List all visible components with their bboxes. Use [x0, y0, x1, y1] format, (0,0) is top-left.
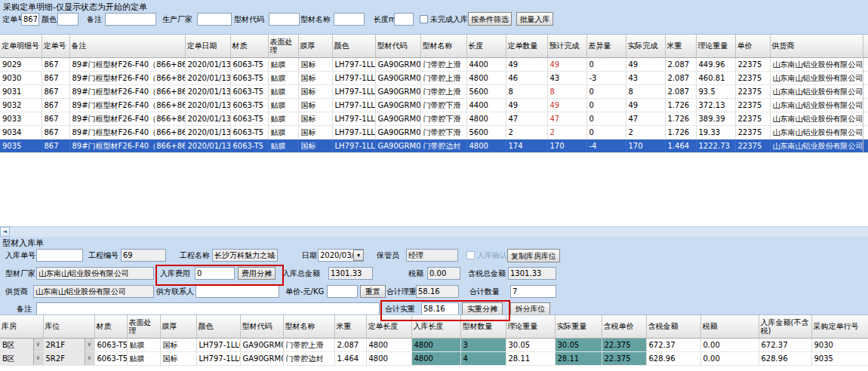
order-row[interactable]: 902986789#门框型材F26-F40（866+867）2020/01/13…: [0, 58, 868, 72]
cell: 山东南山铝业股份有限公司: [770, 99, 863, 112]
combo-arrow-icon[interactable]: ∨: [85, 352, 94, 365]
remark-filter-input[interactable]: [105, 13, 156, 26]
combo-arrow-icon[interactable]: ∨: [33, 352, 43, 365]
total-theory-weight-input[interactable]: [416, 285, 459, 298]
column-header: 长度: [466, 35, 506, 58]
cell: 1.726: [665, 126, 696, 140]
cell: 28.11: [555, 352, 602, 366]
combo-cell[interactable]: ∨B区: [0, 352, 43, 366]
order-row[interactable]: 903486789#门框型材F26-F40（866+867）2020/01/13…: [0, 126, 868, 140]
batch-inbound-button[interactable]: 批量入库: [516, 12, 553, 26]
cell: 22375: [735, 72, 770, 85]
inbound-row[interactable]: ∨B区∨2R1F6063-T5贴膜国标LH797-1LL0GA90GRM03门带…: [0, 339, 868, 352]
cell: 2: [506, 126, 547, 140]
cell: 9029: [0, 58, 42, 72]
column-header: 米重: [665, 35, 696, 58]
unit-price-label: 单价-元/KG: [285, 285, 324, 298]
cell: 4400: [466, 99, 506, 112]
cell: 89#门框型材F26-F40（866+867）: [69, 99, 185, 112]
cell: 6063-T5: [94, 339, 127, 352]
column-edge-divider: [863, 35, 863, 152]
actual-weight-allocate-button[interactable]: 实重分摊: [462, 302, 503, 315]
order-row[interactable]: 903086789#门框型材F26-F40（866+867）2020/01/13…: [0, 72, 868, 85]
combo-arrow-icon[interactable]: ∨: [85, 339, 94, 351]
column-header: 型材数量: [460, 315, 506, 339]
unit-price-input[interactable]: [327, 285, 358, 298]
combo-arrow-icon[interactable]: ∨: [33, 339, 43, 351]
inbound-confirm-checkbox[interactable]: [466, 251, 475, 259]
total-qty-input[interactable]: [510, 285, 556, 298]
cell: 22375: [735, 112, 770, 126]
cell: [863, 140, 868, 153]
copy-warehouse-location-button[interactable]: 复制库房库位: [507, 249, 560, 262]
inbound-row[interactable]: ∨B区∨5R2F6063-T5贴膜国标LH797-1LL0GA90GRM05门带…: [0, 352, 868, 366]
cell: GA90GRM05: [375, 140, 420, 153]
combo-cell[interactable]: ∨5R2F: [43, 352, 94, 366]
inbound-fee-input[interactable]: [195, 267, 235, 280]
inbound-total-input[interactable]: [328, 267, 373, 280]
project-name-input[interactable]: [212, 249, 278, 262]
scroll-left-icon[interactable]: ◄: [0, 227, 10, 237]
remark-input[interactable]: [36, 302, 380, 315]
cell: 2.087: [665, 72, 696, 85]
cell: [863, 85, 868, 99]
cell: 2020/01/13: [185, 99, 230, 112]
order-row[interactable]: 903386789#门框型材F26-F40（866+867）2020/01/13…: [0, 112, 868, 126]
cell: 国标: [298, 72, 332, 85]
supplier-contact-input[interactable]: [195, 285, 279, 298]
combo-cell[interactable]: ∨B区: [0, 339, 43, 352]
cell: LH797-1LL0: [196, 352, 240, 366]
column-header: 理论重量: [696, 35, 735, 58]
cell: 6063-T5: [230, 99, 268, 112]
factory-input[interactable]: [36, 267, 154, 280]
combo-cell[interactable]: ∨2R1F: [43, 339, 94, 352]
cell: LH797-1LL0: [196, 339, 240, 352]
reset-button[interactable]: 重置: [360, 285, 386, 298]
receipt-no-input[interactable]: [36, 249, 83, 262]
cell: 47: [547, 112, 586, 126]
cell: GA90GRM03: [375, 58, 420, 72]
cell: 867: [42, 112, 69, 126]
supplier-input[interactable]: [33, 285, 154, 298]
cell: 6063-T5: [230, 58, 268, 72]
order-no-input[interactable]: [21, 13, 39, 26]
manufacturer-input[interactable]: [197, 13, 232, 26]
unfinished-checkbox-label: 未完成入库: [430, 13, 468, 26]
supplier-label: 供货商: [5, 285, 28, 298]
cell: 4800: [466, 72, 506, 85]
profile-name-filter-label: 型材名称: [300, 13, 331, 26]
filter-by-condition-button[interactable]: 按条件筛选: [468, 12, 512, 26]
split-location-button[interactable]: 拆分库位: [510, 302, 550, 315]
tax-total-input[interactable]: [508, 267, 556, 280]
keeper-input[interactable]: [406, 249, 458, 262]
color-filter-input[interactable]: [57, 13, 78, 26]
cell: 国标: [160, 339, 196, 352]
column-header: 型材代码: [240, 315, 283, 339]
order-row[interactable]: 903586789#门框型材F26-F40（866+867）2020/01/13…: [0, 140, 868, 153]
length-filter-input[interactable]: [394, 13, 414, 26]
project-no-input[interactable]: [121, 249, 166, 262]
cell: 867: [42, 99, 69, 112]
order-row[interactable]: 903286789#门框型材F26-F40（866+867）2020/01/13…: [0, 99, 868, 112]
supplier-contact-label: 供方联系人: [156, 285, 194, 298]
unfinished-checkbox[interactable]: [420, 15, 428, 23]
profile-name-filter-input[interactable]: [334, 13, 365, 26]
inbound-total-label: 入库总金额: [282, 267, 320, 280]
cell: 4800: [466, 112, 506, 126]
profile-code-filter-input[interactable]: [269, 13, 300, 26]
total-actual-weight-input[interactable]: [421, 302, 459, 315]
cell: 贴膜: [127, 339, 160, 352]
order-row[interactable]: 903186789#门框型材F26-F40（866+867）2020/01/13…: [0, 85, 868, 99]
inbound-table: 库房库位材质表面处理膜厚颜色型材代码型材名称米重定单长度入库长度型材数量理论重量…: [0, 314, 868, 371]
fee-allocate-button[interactable]: 费用分摊: [238, 267, 275, 280]
horizontal-scrollbar[interactable]: ◄: [0, 226, 868, 237]
column-header: 含税单价: [602, 315, 646, 339]
tax-total-label: 含税总金额: [468, 267, 506, 280]
cell: 4800: [366, 339, 411, 352]
tax-input[interactable]: [427, 267, 460, 280]
cell: 449.96: [696, 58, 735, 72]
cell: 89#门框型材F26-F40（866+867）: [69, 85, 185, 99]
cell: [863, 126, 868, 140]
calendar-dropdown-icon[interactable]: ▾: [353, 250, 364, 261]
manufacturer-label: 生产厂家: [162, 13, 192, 26]
